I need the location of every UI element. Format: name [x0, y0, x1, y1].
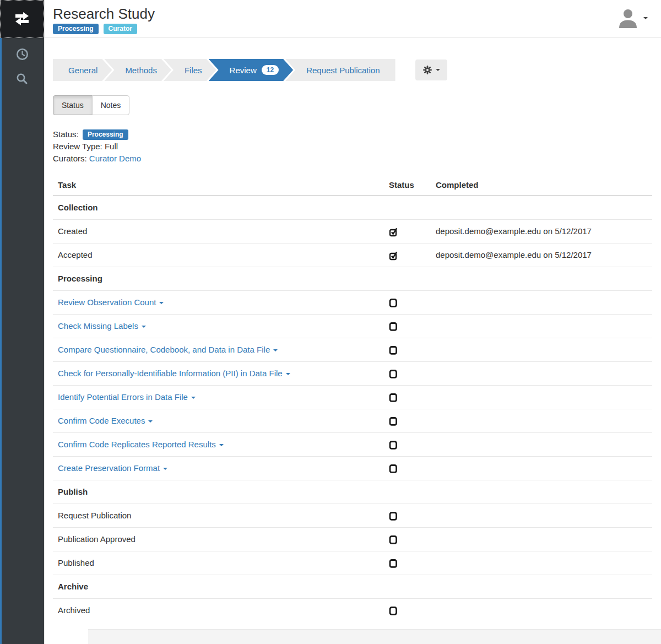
unchecked-status-icon [389, 297, 398, 308]
clock-icon[interactable] [16, 48, 29, 61]
chevron-down-icon [643, 17, 648, 19]
completed-cell [431, 362, 652, 386]
tab-review[interactable]: Review 12 [209, 59, 294, 81]
task-section-row: Processing [53, 267, 652, 291]
task-link[interactable]: Confirm Code Replicates Reported Results [58, 440, 224, 449]
app-logo-button[interactable] [0, 0, 44, 38]
status-badge: Processing [53, 24, 99, 34]
task-cell: Identify Potential Errors in Data File [53, 386, 384, 409]
checked-status-icon [389, 250, 398, 261]
status-cell [384, 599, 431, 623]
task-row: Archived [53, 599, 652, 623]
task-row: Accepteddeposit.demo@example.edu on 5/12… [53, 243, 652, 267]
status-cell [384, 551, 431, 575]
task-row: Compare Questionnaire, Codebook, and Dat… [53, 338, 652, 362]
main-area: Research Study Processing Curator Genera… [44, 0, 661, 644]
status-cell [384, 528, 431, 551]
unchecked-status-icon [389, 511, 398, 521]
curator-link[interactable]: Curator Demo [89, 154, 141, 163]
curators-line: Curators: Curator Demo [53, 153, 652, 165]
status-view-button[interactable]: Status [53, 95, 93, 115]
sidebar-accent-bar [0, 38, 2, 644]
task-link[interactable]: Create Preservation Format [58, 463, 167, 473]
caret-down-icon [148, 420, 153, 423]
column-status: Status [384, 175, 431, 196]
task-cell: Confirm Code Replicates Reported Results [53, 433, 384, 457]
view-toggle-group: Status Notes [53, 95, 129, 115]
checked-status-icon [389, 226, 398, 237]
wizard-tabs: General Methods Files Review 12 Request … [53, 59, 652, 81]
caret-down-icon [142, 326, 146, 328]
completed-cell [431, 599, 652, 623]
review-type-value: Full [105, 142, 118, 151]
status-cell [384, 504, 431, 528]
completed-cell [431, 433, 652, 457]
task-cell: Check for Personally-Identifiable Inform… [53, 362, 384, 386]
task-row: Review Observation Count [53, 291, 652, 315]
task-link[interactable]: Identify Potential Errors in Data File [58, 392, 196, 402]
notes-view-button[interactable]: Notes [92, 95, 130, 115]
caret-down-icon [159, 302, 164, 304]
role-badge: Curator [104, 24, 137, 34]
tab-request-publication[interactable]: Request Publication [285, 59, 395, 81]
task-link[interactable]: Confirm Code Executes [58, 416, 153, 425]
caret-down-icon [286, 373, 290, 375]
sidebar-nav [0, 38, 44, 85]
tab-files[interactable]: Files [164, 59, 216, 81]
task-link[interactable]: Check Missing Labels [58, 321, 146, 331]
sidebar [0, 0, 44, 644]
tab-methods[interactable]: Methods [104, 59, 171, 81]
task-row: Published [53, 551, 652, 575]
status-cell [384, 433, 431, 457]
completed-cell: deposit.demo@example.edu on 5/12/2017 [431, 220, 652, 243]
task-row: Check Missing Labels [53, 315, 652, 338]
task-link[interactable]: Compare Questionnaire, Codebook, and Dat… [58, 345, 278, 354]
status-cell [384, 457, 431, 480]
task-label: Published [58, 558, 94, 567]
unchecked-status-icon [389, 369, 398, 379]
completed-cell [431, 551, 652, 575]
unchecked-status-icon [389, 463, 398, 474]
status-cell [384, 291, 431, 315]
table-header-row: Task Status Completed [53, 175, 652, 196]
task-section-row: Archive [53, 575, 652, 599]
search-icon[interactable] [16, 73, 28, 85]
task-link[interactable]: Review Observation Count [58, 297, 164, 307]
task-table: Task Status Completed CollectionCreatedd… [53, 175, 652, 622]
task-link[interactable]: Check for Personally-Identifiable Inform… [58, 369, 290, 378]
task-label: Archived [58, 605, 90, 615]
completed-cell [431, 457, 652, 480]
task-section-row: Collection [53, 196, 652, 220]
task-cell: Create Preservation Format [53, 457, 384, 480]
task-section-title: Collection [53, 196, 652, 220]
user-menu-button[interactable] [617, 7, 648, 29]
page-footer [88, 629, 661, 644]
task-section-title: Publish [53, 480, 652, 504]
status-cell [384, 243, 431, 267]
task-label: Accepted [58, 250, 93, 259]
task-label: Created [58, 226, 87, 236]
task-cell: Request Publication [53, 504, 384, 528]
column-task: Task [53, 175, 384, 196]
study-meta: Status: Processing Review Type: Full Cur… [53, 128, 652, 165]
task-table-body: CollectionCreateddeposit.demo@example.ed… [53, 196, 652, 622]
task-label: Publication Approved [58, 534, 136, 544]
review-count-badge: 12 [262, 65, 279, 75]
column-completed: Completed [431, 175, 652, 196]
task-section-title: Archive [53, 575, 652, 599]
unchecked-status-icon [389, 440, 398, 450]
completed-cell: deposit.demo@example.edu on 5/12/2017 [431, 243, 652, 267]
task-cell: Archived [53, 599, 384, 623]
task-row: Create Preservation Format [53, 457, 652, 480]
page-header: Research Study Processing Curator [44, 0, 661, 38]
settings-menu-button[interactable] [415, 59, 447, 80]
completed-cell [431, 409, 652, 433]
task-row: Confirm Code Replicates Reported Results [53, 433, 652, 457]
task-cell: Publication Approved [53, 528, 384, 551]
unchecked-status-icon [389, 345, 398, 355]
tab-general[interactable]: General [53, 59, 112, 81]
unchecked-status-icon [389, 605, 398, 616]
task-label: Request Publication [58, 511, 131, 520]
status-cell [384, 220, 431, 243]
tab-label: Methods [125, 66, 157, 75]
